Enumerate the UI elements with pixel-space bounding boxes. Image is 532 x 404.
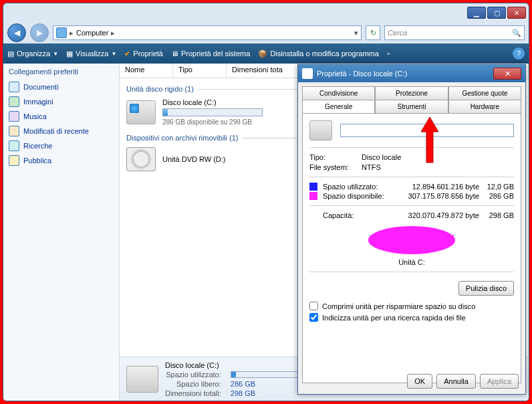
index-checkbox[interactable]: Indicizza unità per una ricerca rapida d… (309, 313, 514, 322)
sidebar-item-music[interactable]: Musica (9, 109, 114, 124)
images-icon (9, 96, 19, 107)
drive-name: Disco locale (C:) (162, 98, 263, 106)
tab-panel-general: Tipo:Disco locale File system:NTFS Spazi… (302, 113, 521, 383)
properties-dialog: Proprietà - Disco locale (C:) ✕ Condivis… (297, 64, 526, 395)
search-input[interactable]: Cerca 🔍 (384, 25, 525, 40)
cancel-button[interactable]: Annulla (436, 374, 476, 389)
address-bar[interactable]: ▸ Computer ▸ ▾ (53, 25, 362, 40)
sidebar-header: Collegamenti preferiti (9, 68, 114, 76)
tab-sharing[interactable]: Condivisione (302, 86, 375, 100)
breadcrumb[interactable]: Computer (76, 29, 108, 37)
tab-security[interactable]: Protezione (375, 86, 448, 100)
disk-pie-chart: assistenzapcnapoli.it (309, 226, 514, 254)
unit-label: Unità C: (309, 258, 514, 266)
toolbar-overflow[interactable]: » (387, 51, 390, 57)
recent-icon (9, 126, 19, 136)
used-swatch (309, 183, 317, 191)
chevron-right-icon: ▸ (70, 29, 74, 37)
col-type[interactable]: Tipo (173, 64, 227, 78)
sidebar-item-public[interactable]: Pubblica (9, 153, 114, 168)
documents-icon (9, 82, 19, 92)
favorites-sidebar: Collegamenti preferiti Documenti Immagin… (3, 64, 120, 401)
minimize-button[interactable]: ▁ (467, 7, 486, 19)
free-swatch (309, 192, 317, 200)
compress-checkbox[interactable]: Comprimi unità per risparmiare spazio su… (309, 302, 514, 310)
close-button[interactable]: ✕ (507, 7, 526, 19)
refresh-button[interactable]: ↻ (366, 25, 380, 40)
tab-quota[interactable]: Gestione quote (448, 86, 521, 100)
dialog-title: Proprietà - Disco locale (C:) (317, 70, 407, 78)
address-dropdown[interactable]: ▾ (354, 29, 358, 37)
command-bar: ▤Organizza▼ ▦Visualizza▼ ✔Proprietà 🖥Pro… (3, 43, 529, 64)
public-icon (9, 155, 19, 166)
views-menu[interactable]: ▦Visualizza▼ (66, 49, 116, 58)
forward-button[interactable]: ▶ (30, 23, 49, 42)
sidebar-item-images[interactable]: Immagini (9, 94, 114, 109)
titlebar: ▁ ▢ ✕ (3, 3, 529, 22)
drive-icon (309, 120, 332, 140)
nav-bar: ◀ ▶ ▸ Computer ▸ ▾ ↻ Cerca 🔍 (3, 22, 529, 43)
search-icon: 🔍 (512, 29, 521, 37)
tab-general[interactable]: Generale (302, 100, 375, 113)
help-button[interactable]: ? (513, 47, 525, 60)
system-properties-button[interactable]: 🖥Proprietà del sistema (171, 49, 250, 58)
tab-hardware[interactable]: Hardware (448, 100, 521, 113)
search-placeholder: Cerca (388, 29, 407, 37)
svg-marker-0 (421, 117, 438, 163)
chevron-right-icon: ▸ (111, 29, 115, 37)
ok-button[interactable]: OK (407, 374, 432, 389)
organize-menu[interactable]: ▤Organizza▼ (7, 49, 58, 58)
drive-icon (302, 68, 313, 79)
maximize-button[interactable]: ▢ (487, 7, 506, 19)
disk-cleanup-button[interactable]: Pulizia disco (458, 281, 514, 296)
properties-button[interactable]: ✔Proprietà (124, 49, 163, 58)
uninstall-button[interactable]: 📦Disinstalla o modifica programma (258, 49, 379, 58)
annotation-arrow (420, 117, 440, 164)
drive-sub: 286 GB disponibile su 298 GB (162, 118, 263, 126)
dialog-titlebar: Proprietà - Disco locale (C:) ✕ (298, 65, 525, 82)
apply-button[interactable]: Applica (480, 374, 519, 389)
music-icon (9, 111, 19, 122)
sidebar-item-recent[interactable]: Modificati di recente (9, 124, 114, 138)
col-name[interactable]: Nome (120, 64, 173, 78)
tab-tools[interactable]: Strumenti (375, 100, 448, 113)
back-button[interactable]: ◀ (7, 23, 26, 42)
hdd-icon (126, 366, 158, 393)
sidebar-item-documents[interactable]: Documenti (9, 80, 114, 94)
space-bar (162, 108, 263, 116)
computer-icon (56, 27, 67, 38)
sidebar-item-searches[interactable]: Ricerche (9, 138, 114, 153)
hdd-icon (126, 100, 156, 124)
dialog-close-button[interactable]: ✕ (493, 68, 521, 80)
searches-icon (9, 140, 19, 151)
dvd-icon (126, 147, 156, 171)
